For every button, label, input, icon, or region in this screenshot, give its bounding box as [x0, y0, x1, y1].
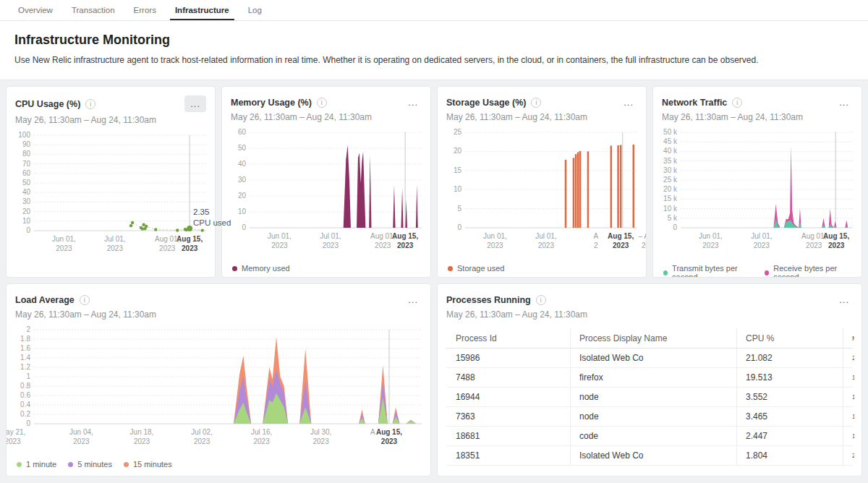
- column-header: Process Id: [446, 328, 571, 348]
- info-icon[interactable]: i: [531, 98, 541, 108]
- memory-chart-svg: [250, 132, 422, 228]
- tab-bar: Overview Transaction Errors Infrastructu…: [0, 0, 868, 21]
- page-header: Infrastructure Monitoring Use New Relic …: [0, 21, 868, 80]
- card-menu-button[interactable]: ...: [404, 293, 422, 307]
- info-icon[interactable]: i: [85, 99, 95, 109]
- legend-item[interactable]: 15 minutes: [124, 460, 172, 469]
- y-axis-label: 1.8: [20, 335, 30, 343]
- column-header: CPU %: [737, 328, 843, 348]
- y-axis-label: 0.8: [20, 382, 30, 390]
- tab-log[interactable]: Log: [239, 0, 271, 20]
- cell: Isolated Web Co: [571, 349, 737, 367]
- table-row: 7363node3.4651: [446, 407, 853, 427]
- cpu-chart[interactable]: 0102030405060708090100Jun 01,2023Jul 01,…: [15, 135, 206, 257]
- load-average-card: Load Average i ... May 26, 11:30am – Aug…: [6, 283, 431, 476]
- y-axis-label: 10: [238, 208, 246, 215]
- card-title: Memory Usage (%): [231, 98, 312, 108]
- x-axis-label: Aug 15,2023: [376, 428, 402, 446]
- column-header: M: [843, 328, 854, 348]
- storage-chart-svg: [465, 132, 637, 228]
- chart-legend: Memory used: [231, 264, 422, 273]
- card-menu-button[interactable]: ...: [835, 95, 853, 109]
- card-menu-button[interactable]: ...: [404, 95, 422, 109]
- y-axis-label: 30: [22, 197, 30, 205]
- cell: 7363: [446, 407, 571, 426]
- processes-table: Process IdProcess Display NameCPU %M1598…: [446, 328, 853, 466]
- info-icon[interactable]: i: [317, 98, 327, 108]
- legend-item[interactable]: Storage used: [448, 264, 504, 273]
- load-average-chart[interactable]: 00.20.40.60.811.21.41.61.82May 21,2023Ju…: [15, 330, 422, 469]
- y-axis-label: 30: [238, 176, 246, 184]
- y-axis-label: 35 k: [663, 157, 677, 165]
- tab-infrastructure[interactable]: Infrastructure: [166, 0, 239, 20]
- legend-item[interactable]: Memory used: [232, 264, 290, 273]
- x-axis-label: Aug 15,2023: [392, 232, 418, 250]
- x-axis-label: Jun 04,2023: [69, 428, 93, 446]
- card-title: CPU Usage (%): [15, 99, 80, 109]
- y-axis-label: 45 k: [663, 137, 677, 145]
- legend-item[interactable]: 1 minute: [17, 460, 56, 469]
- storage-chart[interactable]: 0510152025Jun 01,2023Jul 01,2023A2Aug 15…: [446, 132, 637, 273]
- x-axis-label: Aug 15,2023: [176, 235, 203, 253]
- card-title: Processes Running: [446, 295, 531, 305]
- memory-usage-card: Memory Usage (%) i ... May 26, 11:30am –…: [221, 86, 431, 278]
- card-title: Storage Usage (%): [446, 98, 526, 108]
- y-axis-label: 10 k: [663, 205, 677, 213]
- tab-transaction[interactable]: Transaction: [62, 0, 124, 20]
- y-axis-label: 40: [22, 188, 30, 196]
- card-menu-button[interactable]: ...: [835, 293, 853, 307]
- card-menu-button[interactable]: ...: [620, 95, 637, 109]
- cpu-chart-svg: [34, 135, 206, 231]
- y-axis-label: 0.6: [20, 391, 30, 399]
- legend-label: 5 minutes: [77, 460, 112, 469]
- x-axis-label: – Aug202: [638, 232, 647, 250]
- table-row: 18351Isolated Web Co1.80424: [446, 446, 853, 466]
- cell: code: [571, 427, 737, 445]
- x-axis-label: A: [370, 428, 375, 437]
- y-axis-label: 0.4: [20, 401, 30, 409]
- y-axis-label: 1.2: [20, 363, 30, 371]
- legend-label: 15 minutes: [133, 460, 172, 469]
- table-row: 15986Isolated Web Co21.08224: [446, 349, 853, 368]
- table-row: 7488firefox19.5131: [446, 368, 853, 388]
- cell: 18681: [446, 427, 571, 445]
- y-axis-label: 90: [22, 140, 30, 148]
- page-title: Infrastructure Monitoring: [14, 33, 854, 48]
- y-axis-label: 10: [454, 185, 461, 193]
- x-axis-label: May 21,2023: [6, 428, 25, 446]
- legend-dot: [68, 462, 73, 467]
- cpu-usage-card: CPU Usage (%) i ... May 26, 11:30am – Au…: [6, 86, 216, 278]
- tab-errors[interactable]: Errors: [124, 0, 166, 20]
- chart-legend: 1 minute5 minutes15 minutes: [15, 460, 422, 469]
- y-axis-label: 25 k: [663, 176, 677, 184]
- table-header-row: Process IdProcess Display NameCPU %M: [446, 328, 853, 349]
- legend-item[interactable]: 5 minutes: [68, 460, 112, 469]
- cell: 1: [843, 368, 854, 387]
- y-axis-label: 40 k: [663, 147, 677, 155]
- legend-label: Storage used: [457, 264, 504, 273]
- tab-overview[interactable]: Overview: [9, 0, 62, 20]
- y-axis-label: 5 k: [668, 214, 677, 222]
- chart-legend: Storage used: [446, 264, 637, 273]
- legend-item[interactable]: Receive bytes per second: [765, 264, 853, 278]
- info-icon[interactable]: i: [80, 295, 90, 305]
- memory-chart[interactable]: 0102030405060Jun 01,2023Jul 01,2023Aug 0…: [231, 132, 422, 273]
- cell: node: [571, 388, 737, 406]
- x-axis-label: Jun 01,2023: [52, 235, 76, 253]
- x-axis-label: Jun 01,2023: [699, 232, 723, 250]
- y-axis-label: 15: [454, 166, 461, 174]
- card-title: Load Average: [15, 295, 75, 305]
- y-axis-label: 80: [22, 150, 30, 158]
- info-icon[interactable]: i: [536, 295, 546, 305]
- y-axis-label: 50: [22, 179, 30, 187]
- card-menu-button[interactable]: ...: [184, 95, 206, 112]
- cell: 7488: [446, 368, 571, 387]
- y-axis-label: 0: [26, 226, 30, 234]
- page-description: Use New Relic infrastructure agent to tr…: [14, 55, 854, 65]
- network-chart[interactable]: 05 k10 k15 k20 k25 k30 k35 k40 k45 k50 k…: [662, 132, 853, 278]
- info-icon[interactable]: i: [732, 98, 742, 108]
- x-axis-label: Jul 01,2023: [320, 232, 341, 250]
- legend-item[interactable]: Transmit bytes per second: [663, 264, 753, 278]
- y-axis-label: 0: [673, 223, 677, 231]
- y-axis-label: 40: [238, 160, 246, 168]
